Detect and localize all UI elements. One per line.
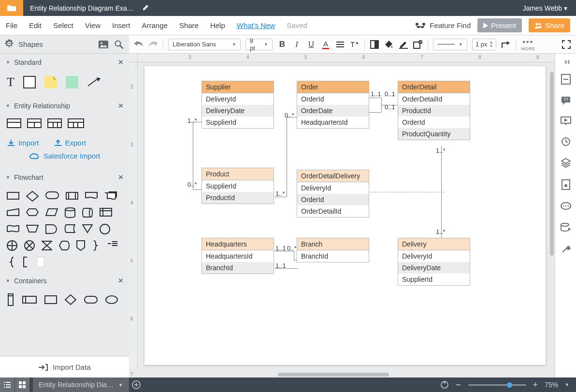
fc-document[interactable] (85, 191, 98, 201)
search-icon[interactable] (114, 39, 124, 50)
entity-branch[interactable]: Branch BranchId (297, 238, 369, 262)
fc-internal-storage[interactable] (100, 207, 112, 217)
category-containers[interactable]: ▼ Containers × (0, 272, 129, 290)
fc-decision[interactable] (26, 191, 39, 202)
er-shape-1[interactable] (7, 118, 21, 128)
export-link[interactable]: Export (54, 139, 86, 147)
fc-card[interactable] (37, 257, 44, 267)
close-icon[interactable]: × (118, 173, 123, 182)
dock-chat-icon[interactable] (561, 202, 571, 211)
fc-multi-document[interactable] (104, 191, 117, 202)
border-color-button[interactable] (399, 40, 408, 49)
er-shape-2[interactable] (27, 118, 42, 128)
canvas[interactable]: 1..* 0..* 1..* 0..* 1..1 0..1 0..1 1..1 … (138, 62, 555, 377)
collapse-dock-icon[interactable]: ‹‹ (564, 57, 570, 67)
entity-delivery[interactable]: Delivery DeliveryId DeliveryDate Supplie… (398, 238, 470, 286)
block-shape[interactable] (23, 76, 36, 88)
bold-button[interactable]: B (277, 40, 287, 49)
document-icon[interactable] (0, 0, 23, 16)
category-entity-relationship[interactable]: ▼ Entity Relationship × (0, 97, 129, 115)
fc-collate[interactable] (42, 240, 52, 251)
sync-status-icon[interactable] (440, 380, 449, 389)
more-button[interactable]: ••• MORE (521, 38, 535, 51)
fc-off-page-right[interactable] (76, 240, 85, 251)
menu-view[interactable]: View (79, 21, 106, 29)
font-select[interactable]: Liberation Sans ▼ (168, 39, 241, 50)
category-standard[interactable]: ▼ Standard × (0, 54, 129, 71)
er-shape-4[interactable] (68, 118, 84, 128)
fc-preparation[interactable] (26, 207, 39, 217)
feature-find[interactable]: Feature Find (415, 21, 471, 29)
fc-terminator[interactable] (45, 191, 59, 200)
dock-magic-icon[interactable] (561, 244, 571, 254)
text-options-button[interactable]: T (350, 40, 360, 49)
fc-manual-input[interactable] (7, 207, 19, 217)
edit-title-icon[interactable] (143, 4, 149, 13)
fc-manual-op[interactable] (26, 224, 39, 233)
fc-brace-left[interactable] (7, 257, 15, 267)
undo-button[interactable] (134, 40, 144, 49)
menu-share[interactable]: Share (173, 21, 204, 29)
fullscreen-button[interactable] (562, 40, 571, 49)
fc-stored-data[interactable] (64, 224, 75, 233)
zoom-in-button[interactable]: + (533, 380, 538, 390)
line-options-button[interactable] (501, 40, 511, 49)
dock-present-icon[interactable] (561, 116, 571, 125)
container-4[interactable] (65, 294, 76, 305)
menu-insert[interactable]: Insert (106, 21, 136, 29)
menu-file[interactable]: File (0, 21, 23, 29)
container-1[interactable] (7, 293, 14, 306)
dock-slides-icon[interactable] (561, 74, 571, 85)
menu-whats-new[interactable]: What's New (231, 21, 281, 29)
text-color-button[interactable]: A (321, 40, 331, 49)
entity-order[interactable]: Order OrderId OrderDate HeadquartersId (297, 81, 369, 129)
shape-options-button[interactable] (413, 40, 423, 49)
entity-supplier[interactable]: Supplier DeliveryId DeliveryDate Supplie… (202, 81, 274, 129)
dock-history-icon[interactable] (561, 137, 571, 146)
page-tab[interactable]: Entity Relationship Dia… ▼ (33, 377, 129, 392)
import-link[interactable]: Import (7, 139, 39, 147)
container-5[interactable] (84, 295, 98, 304)
entity-headquarters[interactable]: Headquarters HeadquartersId BranchId (202, 238, 274, 274)
canvas-scrollbar-h[interactable] (278, 373, 389, 377)
fc-database[interactable] (65, 207, 75, 218)
zoom-out-button[interactable]: − (456, 379, 461, 391)
arrow-shape[interactable] (87, 77, 101, 87)
fill-color-button[interactable] (384, 40, 394, 49)
fc-bracket[interactable] (22, 257, 30, 267)
add-page-button[interactable] (129, 380, 144, 389)
grid-view-icon[interactable] (15, 377, 29, 392)
menu-arrange[interactable]: Arrange (136, 21, 173, 29)
align-button[interactable] (335, 40, 345, 49)
container-3[interactable] (44, 295, 57, 305)
zoom-slider[interactable] (468, 384, 526, 386)
close-icon[interactable]: × (118, 101, 123, 111)
redo-button[interactable] (148, 40, 158, 49)
fc-brace-right[interactable] (92, 240, 101, 251)
italic-button[interactable]: I (292, 40, 302, 49)
dock-data-icon[interactable] (561, 223, 571, 232)
user-menu[interactable]: James Webb ▾ (523, 4, 576, 12)
dock-page-settings-icon[interactable] (562, 179, 570, 190)
underline-button[interactable]: U (306, 40, 316, 49)
fc-paper-tape[interactable] (7, 224, 19, 233)
entity-product[interactable]: Product SupplierId ProductId (202, 168, 274, 204)
font-size-select[interactable]: 8 pt ▼ (245, 39, 273, 50)
canvas-scrollbar-v[interactable] (550, 72, 554, 256)
dock-comment-icon[interactable]: 77 (561, 96, 571, 105)
entity-orderdetaildelivery[interactable]: OrderDetailDelivery DeliveryId OrderId O… (297, 170, 369, 218)
document-title[interactable]: Entity Relationship Diagram Exa… (23, 4, 141, 12)
entity-orderdetail[interactable]: OrderDetail OrderDetailId ProductId Orde… (398, 81, 470, 140)
fc-merge[interactable] (82, 224, 93, 233)
gear-icon[interactable] (5, 39, 14, 49)
container-6[interactable] (105, 295, 118, 305)
outline-view-icon[interactable] (0, 377, 14, 392)
menu-select[interactable]: Select (47, 21, 79, 29)
line-style-select[interactable]: ▼ (433, 39, 467, 50)
fc-note[interactable] (107, 240, 118, 247)
line-width-select[interactable]: 1 px ▲▼ (472, 39, 497, 50)
zoom-value[interactable]: 75% (545, 381, 558, 389)
fc-direct-data[interactable] (82, 207, 93, 218)
share-button[interactable]: Share (529, 18, 570, 32)
er-shape-3[interactable] (47, 118, 62, 128)
